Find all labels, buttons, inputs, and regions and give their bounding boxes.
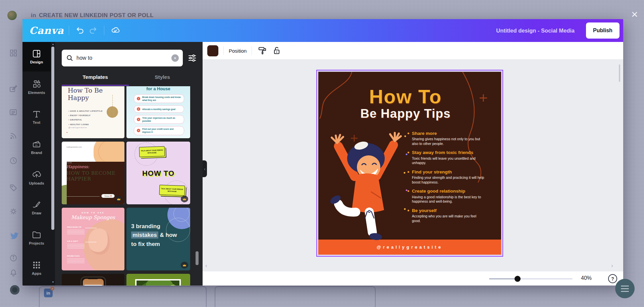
sidebar-item-label: Uploads xyxy=(29,181,44,185)
template-saving-for-a-house[interactable]: for a House 1Break down housing costs an… xyxy=(126,86,190,138)
divider xyxy=(252,46,252,55)
sidebar-item-elements[interactable]: Elements xyxy=(22,72,51,102)
divider xyxy=(67,196,100,197)
search-pill xyxy=(84,285,103,286)
tab-templates[interactable]: Templates xyxy=(62,74,129,86)
pro-crown-icon xyxy=(181,262,188,268)
linkedin-logo: in xyxy=(31,12,36,18)
panel-tabs: Templates Styles xyxy=(62,74,196,86)
search-input[interactable] xyxy=(76,55,171,61)
sidebar-item-label: Text xyxy=(33,120,41,124)
sidebar-item-draw[interactable]: Draw xyxy=(22,193,51,222)
sidebar-rail: Design Elements Text co. Brand Uploads D… xyxy=(22,42,55,286)
template-how-to-become-happier[interactable]: reallygreatsite.com 01/05 Happiness: HOW… xyxy=(62,142,124,204)
tag-icon xyxy=(9,184,17,192)
vertical-scrollbar-thumb[interactable] xyxy=(619,64,620,82)
sidebar-item-text[interactable]: Text xyxy=(22,102,51,132)
zoom-slider-thumb[interactable] xyxy=(515,276,521,282)
sidebar-item-design[interactable]: Design xyxy=(22,42,51,71)
sidebar-item-label: Projects xyxy=(29,241,44,245)
tip-item: Share moreSharing gives happiness not on… xyxy=(408,131,485,146)
tip-item: Stay away from toxic friendsToxic friend… xyxy=(408,150,485,165)
annotation-line xyxy=(85,242,97,242)
scroll-left-icon[interactable]: ‹ xyxy=(205,262,207,269)
collapse-panel-button[interactable]: ‹ xyxy=(203,160,207,177)
tiny-text-lines xyxy=(67,230,85,235)
sidebar-item-label: Draw xyxy=(32,211,41,215)
gear-icon xyxy=(9,207,17,215)
clear-search-icon[interactable]: × xyxy=(171,54,179,62)
design-title[interactable]: Untitled design - Social Media xyxy=(496,28,575,34)
tip-item: Create good relationshipHaving a good re… xyxy=(408,189,485,204)
document-icon xyxy=(9,108,17,116)
scroll-up-icon[interactable]: ▲ xyxy=(51,43,55,45)
scroll-down-icon[interactable]: ▼ xyxy=(51,281,55,283)
selected-page[interactable]: How To Be Happy Tips xyxy=(318,72,501,255)
tips-list: Share moreSharing gives happiness not on… xyxy=(408,131,485,223)
canva-logo[interactable]: Canva xyxy=(29,25,64,36)
bell-icon xyxy=(9,269,17,277)
tip-item: Find your strengthFinding your strength … xyxy=(408,169,485,185)
background-card xyxy=(215,286,376,307)
background-page-title: inCREATE NEW LINKEDIN POST OR POLL xyxy=(31,12,154,19)
tab-styles[interactable]: Styles xyxy=(129,74,196,86)
divider xyxy=(223,46,224,55)
rss-icon xyxy=(9,132,17,140)
sidebar-item-brand[interactable]: co. Brand xyxy=(22,133,51,162)
phone-notch xyxy=(88,277,98,279)
poster-title-line2: Be Happy Tips xyxy=(332,107,479,121)
publish-button[interactable]: Publish xyxy=(586,22,620,39)
question-badge: ? xyxy=(50,287,54,291)
annotation-line xyxy=(85,228,97,228)
scrollbar-thumb[interactable] xyxy=(196,251,199,265)
paint-roller-icon[interactable] xyxy=(257,45,268,56)
position-button[interactable]: Position xyxy=(229,48,247,54)
twitter-icon xyxy=(9,232,19,240)
undo-button[interactable] xyxy=(74,24,87,37)
sidebar-item-uploads[interactable]: Uploads xyxy=(22,163,51,192)
happy-character-illustration xyxy=(322,125,411,241)
sponge-photo xyxy=(88,228,110,255)
tiny-text-lines xyxy=(67,259,85,263)
sidebar-item-apps[interactable]: Apps xyxy=(22,253,51,283)
ornament-bauble xyxy=(107,106,118,118)
template-results: How To Be Happy • HAVE A HEALTHY LIFESTY… xyxy=(62,86,197,286)
scrollbar-thumb[interactable] xyxy=(51,47,54,230)
scroll-right-icon[interactable]: › xyxy=(611,262,613,269)
photo-frame xyxy=(135,279,181,286)
sidebar-item-projects[interactable]: Projects xyxy=(22,223,51,253)
sidebar-item-label: Brand xyxy=(31,151,42,155)
phone-frame xyxy=(80,276,106,286)
background-color-swatch[interactable] xyxy=(207,45,218,56)
context-toolbar: Position xyxy=(203,42,623,60)
floating-menu-button[interactable] xyxy=(615,279,635,298)
zoom-slider[interactable] xyxy=(489,278,573,279)
design-page[interactable]: How To Be Happy Tips xyxy=(318,72,501,255)
sidebar-item-label: Apps xyxy=(32,271,42,275)
background-user-avatar xyxy=(10,285,19,295)
search-box[interactable]: × xyxy=(62,50,183,66)
divider xyxy=(104,26,104,35)
grid-icon xyxy=(9,49,17,57)
help-button[interactable]: ? xyxy=(608,274,617,283)
pro-crown-icon xyxy=(181,196,188,202)
template-food-photo[interactable] xyxy=(126,274,190,286)
panel-scrollbar[interactable]: ▲ ▼ xyxy=(51,42,55,286)
sidebar-item-label: Design xyxy=(30,60,43,64)
cloud-saved-icon[interactable] xyxy=(109,24,122,37)
canvas-area[interactable]: How To Be Happy Tips xyxy=(203,60,623,271)
close-icon[interactable]: × xyxy=(628,7,641,21)
unlock-icon[interactable] xyxy=(271,45,282,56)
edit-icon xyxy=(9,85,17,93)
redo-button[interactable] xyxy=(87,24,99,37)
template-branding-mistakes[interactable]: 3 branding mistakes & how to fix them xyxy=(126,208,190,270)
filter-icon[interactable] xyxy=(187,54,197,62)
templates-panel: × Templates Styles How To Be Happy • xyxy=(55,42,203,286)
template-talk-about-period[interactable]: TALK ABOUT YOUR PERIOD WITH EASE HOW TO … xyxy=(126,142,190,204)
status-bar: 40% ? xyxy=(203,271,623,286)
template-phone-mockup[interactable] xyxy=(62,274,124,286)
editor-top-bar: Canva Untitled design - Social Media Pub… xyxy=(22,19,623,42)
template-makeup-sponges[interactable]: HOW TO USE Makeup Sponges PRECISION TIP … xyxy=(62,208,124,270)
background-avatar xyxy=(7,11,17,20)
template-how-to-be-happy[interactable]: How To Be Happy • HAVE A HEALTHY LIFESTY… xyxy=(62,86,124,138)
